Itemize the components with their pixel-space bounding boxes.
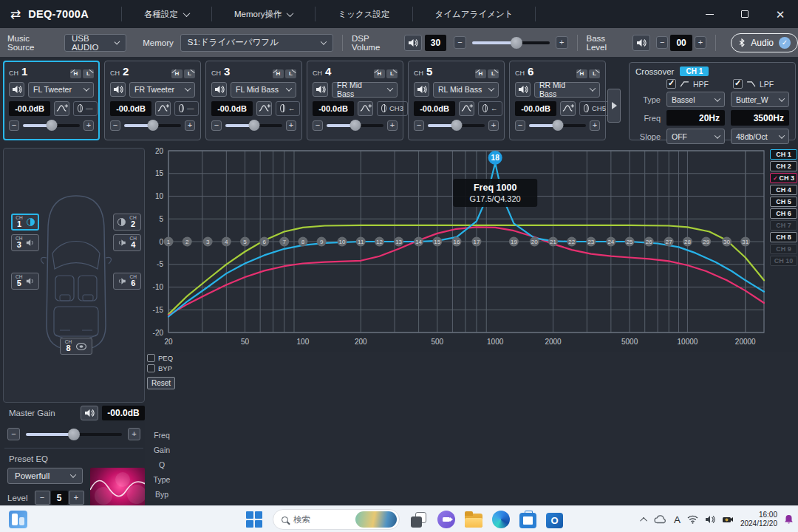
graph-channel-button-4[interactable]: CH 4: [770, 185, 797, 195]
slider-knob[interactable]: [248, 120, 259, 131]
preset-eq-select[interactable]: Powerfull: [7, 468, 83, 484]
preset-level-minus-button[interactable]: −: [35, 491, 50, 505]
preset-level-plus-button[interactable]: +: [69, 491, 84, 505]
phase-link-control[interactable]: CH5: [579, 101, 610, 116]
tray-expand-icon[interactable]: [642, 517, 647, 522]
channel-strip[interactable]: CH 2 H L FR Tweeter -00.0dB — −: [104, 61, 201, 140]
graph-channel-button-1[interactable]: CH 1: [770, 149, 797, 160]
music-source-select[interactable]: USB AUDIO: [64, 34, 126, 52]
clock[interactable]: 16:00 2024/12/20: [740, 511, 777, 529]
crossover-curve-button[interactable]: [358, 101, 373, 116]
lpf-freq-value[interactable]: 3500Hz: [731, 110, 789, 126]
peq-toggle[interactable]: PEQ: [147, 354, 179, 362]
graph-channel-button-6[interactable]: CH 6: [770, 208, 797, 219]
slider-knob[interactable]: [46, 120, 57, 131]
phase-link-control[interactable]: —: [174, 101, 199, 116]
menu-time-alignment[interactable]: タイムアライメント: [413, 0, 536, 28]
ime-language-icon[interactable]: A: [674, 514, 681, 525]
channel-gain-value[interactable]: -00.0dB: [515, 101, 556, 116]
master-gain-slider[interactable]: [26, 429, 122, 440]
car-channel-6-button[interactable]: CH6: [113, 273, 141, 290]
channel-gain-value[interactable]: -00.0dB: [110, 101, 151, 116]
bass-level-plus-button[interactable]: +: [695, 36, 707, 49]
widgets-icon[interactable]: [9, 511, 27, 528]
graph-channel-button-3[interactable]: ✓CH 3: [770, 173, 797, 183]
speaker-assign-select[interactable]: FL Mid Bass: [231, 82, 296, 98]
graph-channel-button-8[interactable]: CH 8: [770, 232, 797, 242]
channel-strip[interactable]: CH 4 H L FR Mid Bass -00.0dB CH3 −: [307, 61, 403, 140]
search-input[interactable]: 検索: [273, 509, 400, 530]
channel-gain-value[interactable]: -00.0dB: [414, 101, 455, 116]
hpf-freq-value[interactable]: 20Hz: [666, 110, 725, 126]
channel-gain-value[interactable]: -00.0dB: [313, 101, 354, 116]
byp-checkbox[interactable]: [147, 364, 155, 372]
channel-gain-plus-button[interactable]: +: [83, 120, 94, 131]
speaker-assign-select[interactable]: FR Mid Bass: [332, 82, 398, 98]
channel-gain-minus-button[interactable]: −: [110, 120, 120, 131]
crossover-curve-button[interactable]: [256, 101, 272, 116]
slider-knob[interactable]: [451, 120, 462, 131]
channel-gain-slider[interactable]: [428, 120, 485, 132]
start-button[interactable]: [245, 511, 263, 528]
menu-mix[interactable]: ミックス設定: [316, 0, 412, 28]
byp-toggle[interactable]: BYP: [147, 364, 179, 372]
graph-channel-button-9[interactable]: CH 9: [770, 244, 797, 254]
graph-channel-button-10[interactable]: CH 10: [770, 256, 797, 266]
hpf-enable[interactable]: HPF: [666, 79, 727, 89]
outlook-icon[interactable]: O: [546, 513, 563, 528]
dsp-mute-button[interactable]: [404, 35, 421, 51]
bass-mute-button[interactable]: [632, 35, 649, 51]
memory-select[interactable]: S1:ドライバーパワフル: [180, 34, 333, 52]
bluetooth-audio-toggle[interactable]: Audio ✓: [731, 33, 798, 52]
channel-gain-slider[interactable]: [327, 120, 383, 132]
slider-knob[interactable]: [511, 37, 522, 49]
graph-channel-button-2[interactable]: CH 2: [770, 161, 797, 171]
microsoft-store-icon[interactable]: [519, 513, 536, 528]
crossover-curve-button[interactable]: [54, 101, 69, 116]
onedrive-cloud-icon[interactable]: [654, 515, 667, 524]
crossover-curve-button[interactable]: [560, 101, 576, 116]
channel-mute-button[interactable]: [414, 82, 429, 97]
channel-strip[interactable]: CH 5 H L RL Mid Bass -00.0dB ← −: [408, 61, 505, 140]
notification-bell-icon[interactable]: [784, 514, 794, 525]
volume-icon[interactable]: [705, 515, 715, 524]
channel-mute-button[interactable]: [110, 82, 126, 97]
peq-checkbox[interactable]: [147, 354, 155, 362]
bass-level-value[interactable]: 00: [670, 35, 692, 51]
car-channel-4-button[interactable]: CH4: [113, 234, 141, 251]
channel-gain-plus-button[interactable]: +: [286, 120, 296, 131]
channel-strip[interactable]: CH 3 H L FL Mid Bass -00.0dB ← −: [205, 61, 302, 140]
dsp-volume-minus-button[interactable]: −: [454, 36, 466, 49]
reset-button[interactable]: Reset: [147, 377, 175, 389]
master-gain-minus-button[interactable]: −: [7, 428, 20, 440]
channel-gain-value[interactable]: -00.0dB: [211, 101, 253, 116]
channel-gain-plus-button[interactable]: +: [185, 120, 195, 131]
channel-mute-button[interactable]: [211, 82, 227, 97]
master-gain-value[interactable]: -00.0dB: [102, 406, 145, 420]
device-icon[interactable]: [722, 515, 734, 524]
wifi-icon[interactable]: [687, 515, 698, 524]
channel-strip[interactable]: CH 6 H L RR Mid Bass -00.0dB CH5 −: [509, 61, 606, 140]
hpf-checkbox[interactable]: [666, 79, 676, 89]
slider-knob[interactable]: [552, 120, 563, 131]
channel-mute-button[interactable]: [9, 82, 24, 97]
channel-gain-minus-button[interactable]: −: [211, 120, 222, 131]
more-channels-button[interactable]: [607, 89, 621, 123]
phase-link-control[interactable]: ←: [478, 101, 502, 116]
master-gain-plus-button[interactable]: +: [128, 428, 140, 440]
slider-knob[interactable]: [147, 120, 158, 131]
lpf-enable[interactable]: LPF: [733, 79, 774, 89]
minimize-button[interactable]: [692, 0, 727, 28]
channel-gain-minus-button[interactable]: −: [515, 120, 525, 131]
channel-strip[interactable]: CH 1 H L FL Tweeter -00.0dB — −: [3, 61, 100, 140]
preset-level-value[interactable]: 5: [51, 491, 68, 505]
lpf-type-select[interactable]: Butter_W: [731, 92, 789, 107]
phase-link-control[interactable]: —: [73, 101, 98, 116]
car-channel-1-button[interactable]: CH1: [11, 214, 39, 231]
car-channel-8-button[interactable]: CH8: [60, 338, 92, 355]
slider-knob[interactable]: [349, 120, 361, 131]
channel-gain-minus-button[interactable]: −: [9, 120, 19, 131]
channel-gain-slider[interactable]: [23, 120, 80, 132]
speaker-assign-select[interactable]: RR Mid Bass: [534, 82, 600, 98]
car-channel-3-button[interactable]: CH3: [11, 234, 39, 251]
